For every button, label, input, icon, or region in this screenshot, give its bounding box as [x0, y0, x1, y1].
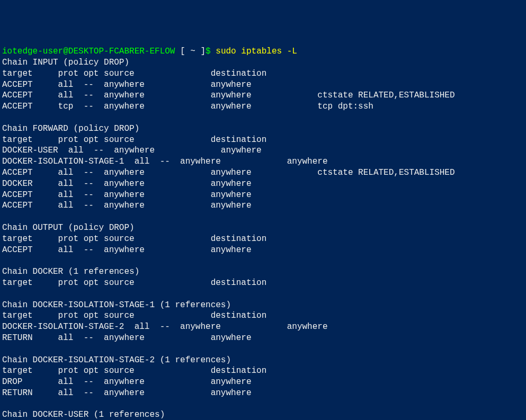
chain-docker-user-title: Chain DOCKER-USER (1 references) [2, 410, 165, 419]
chain-input-rule: ACCEPT all -- anywhere anywhere [2, 80, 251, 90]
chain-forward-rule: DOCKER-ISOLATION-STAGE-1 all -- anywhere… [2, 157, 328, 166]
prompt-bracket-open: [ [180, 47, 185, 56]
chain-docker-header: target prot opt source destination [2, 278, 266, 288]
chain-forward-rule: ACCEPT all -- anywhere anywhere [2, 201, 251, 210]
chain-forward-title: Chain FORWARD (policy DROP) [2, 124, 139, 133]
chain-input-header: target prot opt source destination [2, 69, 266, 78]
chain-output-header: target prot opt source destination [2, 234, 266, 244]
chain-forward-rule: ACCEPT all -- anywhere anywhere ctstate … [2, 168, 455, 177]
chain-docker-iso-2-header: target prot opt source destination [2, 366, 266, 376]
chain-docker-iso-2-title: Chain DOCKER-ISOLATION-STAGE-2 (1 refere… [2, 355, 231, 365]
terminal-output: iotedge-user@DESKTOP-FCABRER-EFLOW [ ~ ]… [2, 46, 524, 420]
chain-output-title: Chain OUTPUT (policy DROP) [2, 223, 135, 233]
prompt-path: ~ [185, 47, 201, 56]
chain-docker-iso-1-header: target prot opt source destination [2, 311, 266, 320]
chain-docker-iso-1-title: Chain DOCKER-ISOLATION-STAGE-1 (1 refere… [2, 300, 231, 310]
chain-docker-iso-2-rule: RETURN all -- anywhere anywhere [2, 388, 251, 398]
chain-docker-title: Chain DOCKER (1 references) [2, 267, 139, 276]
chain-forward-header: target prot opt source destination [2, 135, 266, 145]
chain-forward-rule: ACCEPT all -- anywhere anywhere [2, 190, 251, 200]
command-text: sudo iptables -L [216, 47, 297, 56]
chain-input-rule: ACCEPT tcp -- anywhere anywhere tcp dpt:… [2, 102, 373, 111]
prompt-bracket-close: ] [200, 47, 206, 56]
chain-docker-iso-1-rule: RETURN all -- anywhere anywhere [2, 333, 251, 343]
chain-output-rule: ACCEPT all -- anywhere anywhere [2, 245, 251, 255]
prompt-dollar: $ [206, 47, 211, 56]
chain-docker-iso-2-rule: DROP all -- anywhere anywhere [2, 377, 251, 387]
chain-docker-iso-1-rule: DOCKER-ISOLATION-STAGE-2 all -- anywhere… [2, 322, 328, 332]
prompt-user-host: iotedge-user@DESKTOP-FCABRER-EFLOW [2, 47, 175, 56]
chain-input-title: Chain INPUT (policy DROP) [2, 58, 129, 67]
chain-forward-rule: DOCKER-USER all -- anywhere anywhere [2, 146, 262, 155]
chain-input-rule: ACCEPT all -- anywhere anywhere ctstate … [2, 91, 455, 100]
chain-forward-rule: DOCKER all -- anywhere anywhere [2, 179, 251, 189]
